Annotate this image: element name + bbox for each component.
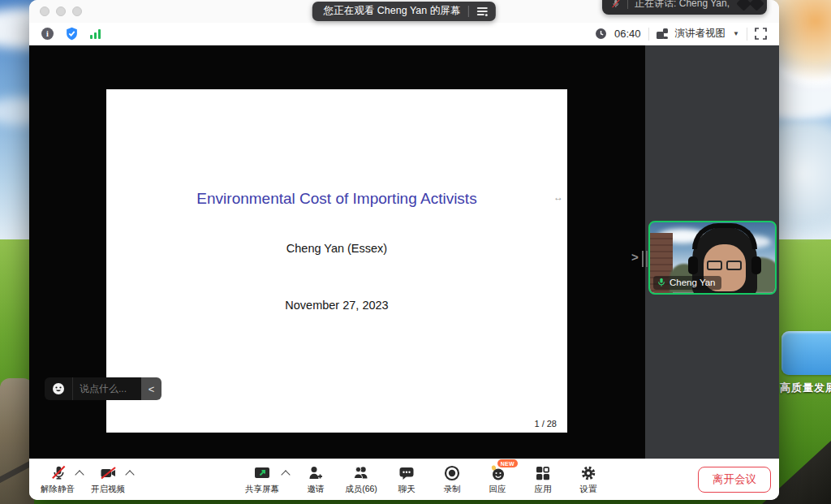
- participant-name: Cheng Yan: [670, 278, 715, 287]
- unmute-button[interactable]: 解除静音: [36, 462, 80, 495]
- resize-cursor-icon: ↔: [553, 192, 563, 203]
- leave-meeting-button[interactable]: 离开会议: [698, 467, 771, 493]
- invite-label: 邀请: [308, 484, 325, 495]
- speaker-view-icon: [657, 28, 668, 39]
- chat-input[interactable]: [80, 383, 135, 394]
- smiley-icon: [52, 382, 65, 395]
- speaker-avatars: [736, 0, 762, 9]
- chat-bubble-icon: [398, 463, 416, 482]
- banner-menu-icon[interactable]: [477, 6, 488, 15]
- camera-off-icon: [99, 463, 117, 482]
- main-controls: 共享屏幕 邀请: [240, 462, 610, 495]
- meeting-view-controls: 06:40 演讲者视图 ▼: [595, 27, 767, 41]
- divider: [747, 28, 747, 41]
- slide-page-number: 1 / 28: [534, 419, 557, 429]
- participants-icon: [352, 463, 370, 482]
- apps-button[interactable]: 应用: [521, 462, 565, 495]
- reactions-button[interactable]: NEW 回应: [476, 462, 519, 495]
- invite-person-icon: [307, 463, 325, 482]
- meeting-info-icon[interactable]: i: [41, 28, 54, 40]
- chevron-down-icon[interactable]: ▼: [733, 30, 739, 37]
- panel-collapse-chevron-icon[interactable]: >: [631, 250, 639, 264]
- window-controls: [40, 6, 82, 16]
- glasses: [707, 261, 742, 270]
- meeting-status-icons: i: [41, 27, 101, 41]
- meeting-info-toolbar: i 06:40 演讲者视图 ▼: [29, 23, 779, 45]
- share-screen-button[interactable]: 共享屏幕: [240, 462, 284, 495]
- invite-button[interactable]: 邀请: [294, 462, 338, 495]
- slide-date: November 27, 2023: [106, 299, 567, 312]
- connection-signal-icon: [90, 29, 101, 39]
- mic-active-icon: [657, 278, 665, 287]
- record-icon: [443, 463, 461, 482]
- desktop-icon[interactable]: [781, 331, 831, 375]
- headphones: [688, 256, 698, 274]
- settings-label: 设置: [580, 484, 597, 495]
- clock-icon: [595, 28, 607, 40]
- active-speaker-banner: 正在讲话: Cheng Yan,: [602, 0, 767, 15]
- watching-screen-banner: 您正在观看 Cheng Yan 的屏幕: [312, 2, 496, 21]
- watching-banner-text: 您正在观看 Cheng Yan 的屏幕: [324, 4, 460, 18]
- emoji-button[interactable]: [45, 377, 72, 400]
- close-window-button[interactable]: [40, 6, 50, 16]
- apps-grid-icon: [534, 463, 552, 482]
- quick-chat-overlay: <: [45, 377, 161, 400]
- minimize-window-button[interactable]: [56, 6, 66, 16]
- avatar: [736, 0, 751, 11]
- shared-screen-area: Environmental Cost of Importing Activist…: [29, 45, 779, 459]
- new-badge: NEW: [497, 459, 518, 467]
- encryption-shield-icon[interactable]: [65, 27, 79, 41]
- panel-resize-grip[interactable]: [642, 251, 648, 267]
- participant-name-tag: Cheng Yan: [653, 276, 721, 290]
- share-screen-label: 共享屏幕: [245, 484, 279, 495]
- fullscreen-icon[interactable]: [755, 28, 767, 40]
- divider: [648, 28, 649, 41]
- chat-collapse-chevron-icon[interactable]: <: [141, 377, 161, 400]
- slide-title: Environmental Cost of Importing Activist…: [106, 190, 567, 208]
- share-screen-icon: [253, 463, 271, 482]
- audio-video-controls: 解除静音 开启视频: [36, 462, 136, 495]
- zoom-meeting-window: 您正在观看 Cheng Yan 的屏幕 正在讲话: Cheng Yan, i: [29, 0, 779, 500]
- reactions-icon: NEW: [489, 463, 506, 482]
- participants-button[interactable]: 成员(66): [339, 462, 383, 495]
- mic-muted-icon: [50, 463, 67, 482]
- apps-label: 应用: [535, 484, 552, 495]
- chat-input-wrap: [72, 377, 141, 400]
- gear-icon: [579, 463, 597, 482]
- chat-label: 聊天: [398, 484, 416, 495]
- meeting-timer: 06:40: [614, 28, 641, 40]
- reactions-label: 回应: [489, 484, 506, 495]
- start-video-button[interactable]: 开启视频: [86, 462, 130, 495]
- view-mode-label[interactable]: 演讲者视图: [675, 27, 726, 41]
- participants-label: 成员(66): [345, 484, 377, 495]
- settings-button[interactable]: 设置: [566, 462, 610, 495]
- divider: [468, 6, 469, 17]
- slide-author: Cheng Yan (Essex): [106, 242, 567, 255]
- avatar: [749, 0, 764, 11]
- unmute-label: 解除静音: [41, 484, 75, 495]
- desktop-icon-label: 高质量发展: [780, 381, 831, 395]
- zoom-window-button[interactable]: [72, 6, 82, 16]
- record-button[interactable]: 录制: [430, 462, 474, 495]
- start-video-label: 开启视频: [91, 484, 125, 495]
- active-speaker-text: 正在讲话: Cheng Yan,: [635, 0, 730, 11]
- record-label: 录制: [444, 484, 461, 495]
- participant-video-tile[interactable]: Cheng Yan: [648, 221, 777, 295]
- divider: [627, 0, 628, 9]
- presentation-slide: Environmental Cost of Importing Activist…: [106, 89, 567, 433]
- meeting-control-bar: 解除静音 开启视频: [29, 459, 779, 500]
- headphones: [751, 256, 761, 274]
- chat-button[interactable]: 聊天: [385, 462, 428, 495]
- mic-muted-icon: [610, 0, 621, 9]
